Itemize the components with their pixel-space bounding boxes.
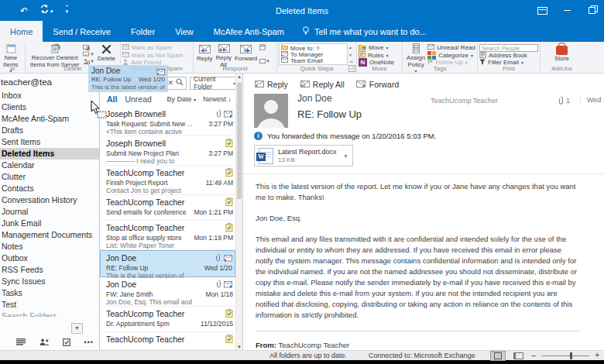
list-item[interactable]: TeachUcomp TeacherStop at office supply … [100,221,235,250]
list-item[interactable]: TeachUcomp TeacherSend emails for confer… [100,195,235,221]
tell-me-box[interactable]: Tell me what you want to do... [294,21,434,42]
folder-item-test[interactable]: Test [0,299,99,311]
folder-item-mcafee-anti-spam[interactable]: McAfee Anti-Spam [0,113,99,125]
list-item[interactable]: Joseph BrownellTask Request: Submit New … [100,107,235,136]
list-item[interactable]: Joseph BrownellSubmit New Project Plan3:… [100,136,235,166]
attachment-dropdown-caret[interactable]: ▼ [343,153,348,159]
delete-x-icon [101,43,112,54]
undo-icon[interactable]: ↶ [20,6,28,15]
sort-by-dropdown[interactable]: By Date ▾ [166,95,196,103]
folder-item-management-documents[interactable]: Management Documents [0,229,99,241]
zoom-slider-thumb[interactable] [570,352,572,359]
message-recipient[interactable]: TeachUcomp Teacher [431,97,498,105]
reading-pane: Reply Reply All Forward Jon Doe RE: Foll… [243,74,604,350]
assign-policy-button[interactable]: Assign Policy▾ [404,43,427,65]
tab-home[interactable]: Home [0,21,43,42]
scrollbar-thumb[interactable] [237,83,242,199]
search-people-input[interactable]: Search People [479,44,538,52]
tab-folder[interactable]: Folder [121,21,165,42]
folder-item-journal[interactable]: Journal [0,206,99,218]
quick-steps-scroll[interactable]: ▴▾≂ [348,43,355,65]
email-time: Mon 1:21 PM [194,208,233,216]
tab-view[interactable]: View [165,21,204,42]
folder-item-clutter[interactable]: Clutter [0,171,99,183]
folder-item-inbox[interactable]: Inbox [0,90,99,101]
ribbon-display-options-button[interactable] [530,2,554,19]
nav-more-icon[interactable]: ••• [84,339,94,345]
list-item[interactable]: TeachUcomp Teacher [100,332,235,350]
list-item[interactable]: TeachUcomp TeacherFinish Project Report1… [100,166,235,195]
folder-list: InboxClientsMcAfee Anti-SpamDraftsSent I… [0,90,99,317]
folder-item-tasks[interactable]: Tasks [0,287,99,299]
junk-icon[interactable]: ▾ [83,58,94,64]
forward-button[interactable]: Forward [233,43,259,65]
zoom-slider[interactable] [541,355,589,356]
search-scope-dropdown[interactable]: Current Folder▾ [190,77,239,90]
filter-tab-unread[interactable]: Unread [125,94,151,104]
tab-send-receive[interactable]: Send / Receive [43,21,121,42]
list-item[interactable]: Jon DoeRE: Follow UpWed 1/20This is the … [100,250,235,277]
quick-step-team-email[interactable]: Team Email [281,57,345,64]
address-book-button[interactable]: Address Book [479,52,538,59]
attachment-chip[interactable]: W Latest Report.docx 13 KB ▼ [254,145,353,167]
meeting-icon[interactable] [259,44,269,50]
clean-up-icon[interactable]: ▾ [83,51,94,57]
folder-item-contacts[interactable]: Contacts [0,183,99,194]
customize-qat-icon[interactable]: ▾ [66,5,69,16]
folder-item-notes[interactable]: Notes [0,241,99,252]
new-items-button[interactable]: New Items▾ [2,43,20,65]
sort-order-toggle[interactable]: Newest ↓ [203,95,232,103]
list-item[interactable]: TeachUcomp TeacherDr. Apptointment 5pm11… [100,307,235,332]
folder-item-deleted-items[interactable]: Deleted Items [0,148,99,160]
more-respond-icon[interactable]: ▾ [259,58,269,64]
send-receive-icon[interactable]: ▾ [40,5,53,16]
normal-view-button[interactable] [490,351,506,361]
categorize-button[interactable]: Categorize▾ [427,52,475,59]
mark-as-spam-button[interactable]: Mark as Spam [122,44,191,51]
delete-button[interactable]: Delete [94,43,118,65]
folder-item-junk-email[interactable]: Junk Email [0,218,99,229]
forward-inline-button[interactable]: Forward [356,80,400,89]
ribbon-group-tags: Assign Policy▾ Unread/ Read Categorize▾ … [403,42,478,73]
tab-mcafee-anti-spam[interactable]: McAfee Anti-Spam [204,21,294,42]
restore-button[interactable] [579,2,604,19]
folder-scroll-down[interactable]: ▼ [71,323,83,334]
filter-tab-all[interactable]: All [107,94,117,104]
folder-item-calendar[interactable]: Calendar [0,160,99,171]
scroll-down-icon[interactable]: ▼ [236,345,242,349]
nav-tasks-icon[interactable] [63,338,70,346]
recover-deleted-items-button[interactable]: Recover Deleted Items from Server [27,43,82,65]
nav-calendar-icon[interactable] [16,338,26,345]
mark-as-not-spam-button[interactable]: Mark as Not Spam [122,52,191,59]
search-input[interactable]: Search Deleted Items (Ctrl+E) ✕ [103,77,187,90]
folder-item-sync-issues[interactable]: Sync Issues [0,276,99,287]
store-button[interactable]: Store [553,43,571,65]
reply-all-button[interactable]: Reply All [214,43,232,65]
message-list-scrollbar[interactable]: ▲ ▼ [235,74,242,350]
scroll-up-icon[interactable]: ▲ [236,74,242,79]
zoom-in-button[interactable]: + [595,352,599,359]
minimize-button[interactable] [554,2,579,19]
account-header[interactable]: teacher@tea [0,74,99,90]
folder-item-conversation-history[interactable]: Conversation History [0,194,99,206]
quick-steps-dialog-launcher[interactable]: ◿ [348,65,355,72]
folder-item-outbox[interactable]: Outbox [0,252,99,264]
folder-item-drafts[interactable]: Drafts [0,125,99,136]
email-icons [216,107,233,121]
folder-item-search-folders[interactable]: Search Folders [0,311,99,317]
folder-item-rss-feeds[interactable]: RSS Feeds [0,264,99,276]
move-button[interactable]: Move▾ [359,44,400,51]
list-item[interactable]: Jon DoeFW: Jane SmithMon 1/18Jon Doe, Es… [100,277,235,307]
zoom-out-button[interactable]: – [532,352,537,359]
nav-people-icon[interactable] [39,338,50,345]
reply-inline-button[interactable]: Reply [254,80,288,89]
search-icon[interactable] [176,78,184,88]
folder-item-clients[interactable]: Clients [0,101,99,113]
reading-view-button[interactable] [511,351,527,361]
reply-button[interactable]: Reply [195,43,214,65]
message-subject: RE: Follow Up [297,108,604,120]
ignore-icon[interactable] [83,44,94,50]
folder-item-sent-items[interactable]: Sent Items [0,136,99,148]
clear-search-icon[interactable]: ✕ [167,79,173,87]
reply-all-inline-button[interactable]: Reply All [300,80,345,89]
